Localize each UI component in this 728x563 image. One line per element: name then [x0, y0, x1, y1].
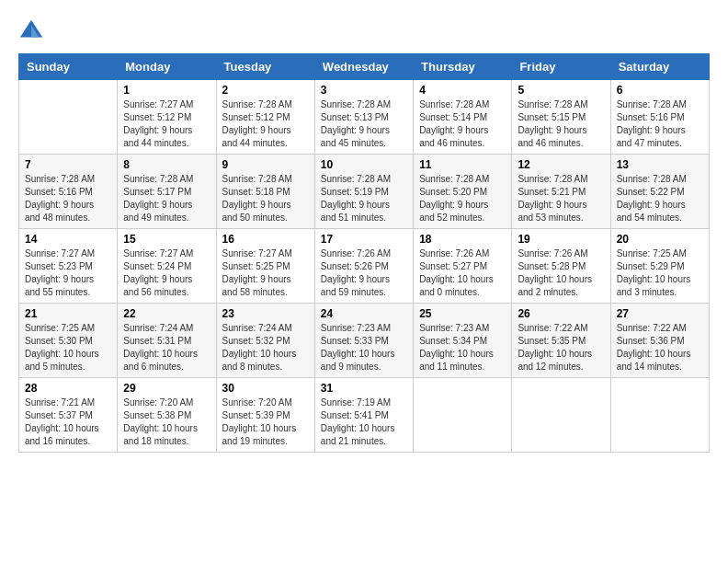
calendar-cell	[19, 80, 118, 155]
day-number: 16	[222, 233, 309, 246]
weekday-header-tuesday: Tuesday	[216, 54, 314, 80]
calendar-cell: 24Sunrise: 7:23 AM Sunset: 5:33 PM Dayli…	[314, 304, 413, 378]
calendar-table: SundayMondayTuesdayWednesdayThursdayFrid…	[18, 53, 710, 453]
calendar-cell: 18Sunrise: 7:26 AM Sunset: 5:27 PM Dayli…	[414, 229, 512, 304]
day-info: Sunrise: 7:28 AM Sunset: 5:12 PM Dayligh…	[222, 98, 309, 150]
calendar-cell: 1Sunrise: 7:27 AM Sunset: 5:12 PM Daylig…	[118, 80, 216, 155]
day-info: Sunrise: 7:25 AM Sunset: 5:29 PM Dayligh…	[617, 247, 703, 299]
day-number: 8	[123, 158, 210, 171]
calendar-cell: 2Sunrise: 7:28 AM Sunset: 5:12 PM Daylig…	[216, 80, 314, 155]
calendar-cell: 17Sunrise: 7:26 AM Sunset: 5:26 PM Dayli…	[314, 229, 413, 304]
calendar-cell: 28Sunrise: 7:21 AM Sunset: 5:37 PM Dayli…	[19, 378, 118, 453]
day-number: 4	[419, 84, 506, 97]
calendar-cell: 31Sunrise: 7:19 AM Sunset: 5:41 PM Dayli…	[314, 378, 413, 453]
day-number: 5	[518, 84, 604, 97]
day-info: Sunrise: 7:20 AM Sunset: 5:39 PM Dayligh…	[222, 396, 309, 448]
day-info: Sunrise: 7:28 AM Sunset: 5:13 PM Dayligh…	[321, 98, 407, 150]
day-number: 18	[419, 233, 506, 246]
calendar-cell: 25Sunrise: 7:23 AM Sunset: 5:34 PM Dayli…	[414, 304, 512, 378]
day-number: 11	[419, 158, 506, 171]
day-number: 14	[25, 233, 111, 246]
calendar-cell: 30Sunrise: 7:20 AM Sunset: 5:39 PM Dayli…	[216, 378, 314, 453]
day-info: Sunrise: 7:23 AM Sunset: 5:34 PM Dayligh…	[419, 322, 506, 373]
day-info: Sunrise: 7:28 AM Sunset: 5:16 PM Dayligh…	[25, 173, 111, 224]
day-number: 25	[419, 307, 506, 320]
day-info: Sunrise: 7:28 AM Sunset: 5:17 PM Dayligh…	[123, 173, 210, 224]
calendar-cell: 15Sunrise: 7:27 AM Sunset: 5:24 PM Dayli…	[118, 229, 216, 304]
logo-icon	[18, 18, 44, 44]
day-info: Sunrise: 7:27 AM Sunset: 5:24 PM Dayligh…	[123, 247, 210, 299]
day-number: 9	[222, 158, 309, 171]
weekday-header-thursday: Thursday	[414, 54, 512, 80]
day-info: Sunrise: 7:28 AM Sunset: 5:14 PM Dayligh…	[419, 98, 506, 150]
day-info: Sunrise: 7:26 AM Sunset: 5:26 PM Dayligh…	[321, 247, 407, 299]
calendar-cell: 21Sunrise: 7:25 AM Sunset: 5:30 PM Dayli…	[19, 304, 118, 378]
day-info: Sunrise: 7:26 AM Sunset: 5:28 PM Dayligh…	[518, 247, 604, 299]
day-info: Sunrise: 7:26 AM Sunset: 5:27 PM Dayligh…	[419, 247, 506, 299]
day-info: Sunrise: 7:24 AM Sunset: 5:31 PM Dayligh…	[123, 322, 210, 373]
day-info: Sunrise: 7:21 AM Sunset: 5:37 PM Dayligh…	[25, 396, 111, 448]
day-info: Sunrise: 7:19 AM Sunset: 5:41 PM Dayligh…	[321, 396, 407, 448]
day-number: 6	[617, 84, 703, 97]
calendar-cell: 29Sunrise: 7:20 AM Sunset: 5:38 PM Dayli…	[118, 378, 216, 453]
week-row-5: 28Sunrise: 7:21 AM Sunset: 5:37 PM Dayli…	[19, 378, 710, 453]
calendar-cell	[414, 378, 512, 453]
day-number: 12	[518, 158, 604, 171]
weekday-header-monday: Monday	[118, 54, 216, 80]
calendar-cell: 6Sunrise: 7:28 AM Sunset: 5:16 PM Daylig…	[610, 80, 709, 155]
day-number: 22	[123, 307, 210, 320]
calendar-cell: 10Sunrise: 7:28 AM Sunset: 5:19 PM Dayli…	[314, 155, 413, 229]
calendar-header: SundayMondayTuesdayWednesdayThursdayFrid…	[19, 54, 710, 80]
day-info: Sunrise: 7:28 AM Sunset: 5:19 PM Dayligh…	[321, 173, 407, 224]
day-info: Sunrise: 7:23 AM Sunset: 5:33 PM Dayligh…	[321, 322, 407, 373]
calendar-cell: 7Sunrise: 7:28 AM Sunset: 5:16 PM Daylig…	[19, 155, 118, 229]
day-number: 3	[321, 84, 407, 97]
day-number: 10	[321, 158, 407, 171]
calendar-cell: 11Sunrise: 7:28 AM Sunset: 5:20 PM Dayli…	[414, 155, 512, 229]
day-number: 17	[321, 233, 407, 246]
day-number: 24	[321, 307, 407, 320]
day-number: 31	[321, 382, 407, 395]
day-number: 28	[25, 382, 111, 395]
calendar-body: 1Sunrise: 7:27 AM Sunset: 5:12 PM Daylig…	[19, 80, 710, 453]
day-info: Sunrise: 7:27 AM Sunset: 5:25 PM Dayligh…	[222, 247, 309, 299]
day-info: Sunrise: 7:28 AM Sunset: 5:20 PM Dayligh…	[419, 173, 506, 224]
calendar-cell: 14Sunrise: 7:27 AM Sunset: 5:23 PM Dayli…	[19, 229, 118, 304]
day-number: 26	[518, 307, 604, 320]
day-info: Sunrise: 7:27 AM Sunset: 5:23 PM Dayligh…	[25, 247, 111, 299]
day-number: 2	[222, 84, 309, 97]
day-number: 21	[25, 307, 111, 320]
day-info: Sunrise: 7:28 AM Sunset: 5:16 PM Dayligh…	[617, 98, 703, 150]
calendar-cell	[610, 378, 709, 453]
day-info: Sunrise: 7:22 AM Sunset: 5:35 PM Dayligh…	[518, 322, 604, 373]
day-info: Sunrise: 7:28 AM Sunset: 5:18 PM Dayligh…	[222, 173, 309, 224]
calendar-cell	[512, 378, 610, 453]
day-number: 27	[617, 307, 703, 320]
calendar-cell: 5Sunrise: 7:28 AM Sunset: 5:15 PM Daylig…	[512, 80, 610, 155]
day-info: Sunrise: 7:28 AM Sunset: 5:21 PM Dayligh…	[518, 173, 604, 224]
calendar-cell: 27Sunrise: 7:22 AM Sunset: 5:36 PM Dayli…	[610, 304, 709, 378]
calendar-cell: 23Sunrise: 7:24 AM Sunset: 5:32 PM Dayli…	[216, 304, 314, 378]
weekday-header-saturday: Saturday	[610, 54, 709, 80]
day-info: Sunrise: 7:27 AM Sunset: 5:12 PM Dayligh…	[123, 98, 210, 150]
day-info: Sunrise: 7:24 AM Sunset: 5:32 PM Dayligh…	[222, 322, 309, 373]
calendar-cell: 26Sunrise: 7:22 AM Sunset: 5:35 PM Dayli…	[512, 304, 610, 378]
day-number: 15	[123, 233, 210, 246]
calendar-cell: 3Sunrise: 7:28 AM Sunset: 5:13 PM Daylig…	[314, 80, 413, 155]
calendar-cell: 9Sunrise: 7:28 AM Sunset: 5:18 PM Daylig…	[216, 155, 314, 229]
day-number: 1	[123, 84, 210, 97]
day-number: 29	[123, 382, 210, 395]
logo	[18, 18, 48, 44]
calendar-cell: 19Sunrise: 7:26 AM Sunset: 5:28 PM Dayli…	[512, 229, 610, 304]
day-number: 7	[25, 158, 111, 171]
day-number: 13	[617, 158, 703, 171]
day-info: Sunrise: 7:20 AM Sunset: 5:38 PM Dayligh…	[123, 396, 210, 448]
calendar-cell: 8Sunrise: 7:28 AM Sunset: 5:17 PM Daylig…	[118, 155, 216, 229]
calendar-cell: 13Sunrise: 7:28 AM Sunset: 5:22 PM Dayli…	[610, 155, 709, 229]
day-info: Sunrise: 7:25 AM Sunset: 5:30 PM Dayligh…	[25, 322, 111, 373]
day-number: 19	[518, 233, 604, 246]
day-info: Sunrise: 7:28 AM Sunset: 5:22 PM Dayligh…	[617, 173, 703, 224]
calendar-cell: 12Sunrise: 7:28 AM Sunset: 5:21 PM Dayli…	[512, 155, 610, 229]
week-row-1: 1Sunrise: 7:27 AM Sunset: 5:12 PM Daylig…	[19, 80, 710, 155]
page-header	[18, 18, 710, 44]
